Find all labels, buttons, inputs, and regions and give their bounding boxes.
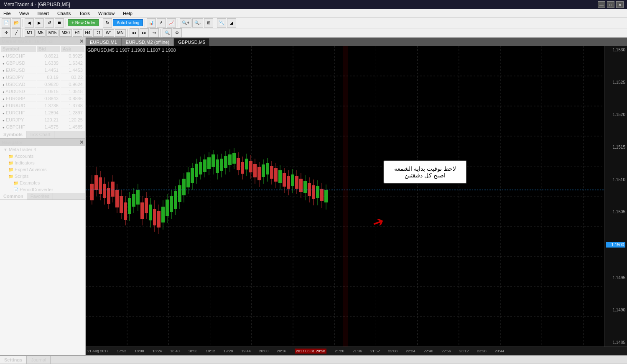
scroll-right-button[interactable]: ↪ [150, 28, 159, 38]
chart-tab-eurusd-m1[interactable]: EURUSD,M1 [86, 38, 122, 46]
maximize-button[interactable]: □ [607, 1, 614, 8]
search-button[interactable]: 🔍 [163, 28, 172, 38]
tf-d1[interactable]: D1 [93, 29, 103, 37]
market-watch-row[interactable]: ● EURCHF 1.2894 1.2897 [1, 110, 84, 116]
time-label-13: 21:36 [352, 349, 362, 353]
tester-tab-settings[interactable]: Settings [0, 356, 27, 364]
time-label-7: 19:12 [206, 349, 215, 353]
market-watch-row[interactable]: ● EURAUD 1.3736 1.3748 [1, 103, 84, 109]
menu-file[interactable]: File [2, 11, 13, 16]
forward-button[interactable]: ▶ [35, 18, 44, 28]
mw-ask: 120.25 [61, 117, 84, 123]
market-watch-row[interactable]: ● EURGBP 0.8843 0.8846 [1, 96, 84, 102]
navigator-close[interactable]: ✕ [79, 139, 84, 145]
indicators-button[interactable]: 📉 [217, 18, 226, 28]
market-watch-row[interactable]: ● USDJPY 83.19 83.22 [1, 74, 84, 81]
svg-rect-134 [324, 190, 328, 202]
new-button[interactable]: 📄 [2, 18, 11, 28]
toolbar: 📄 📂 ◀ ▶ ↺ ⏹ + New Order ↻ AutoTrading 📊 … [0, 18, 627, 28]
menu-view[interactable]: View [18, 11, 31, 16]
back-history-button[interactable]: ⏮ [130, 28, 139, 38]
current-price-label: 1.1500 [606, 242, 625, 248]
zoom-in-button[interactable]: 🔍+ [180, 18, 191, 28]
chart-tab-gbpusd-m5[interactable]: GBPUSD,M5 [174, 38, 210, 46]
tf-m15[interactable]: M15 [46, 29, 59, 37]
market-watch-row[interactable]: ● GBPCHF 1.4575 1.4585 [1, 124, 84, 130]
market-watch-row[interactable]: ● AUDUSD 1.0515 1.0518 [1, 88, 84, 95]
menu-charts[interactable]: Charts [56, 11, 72, 16]
tf-h1[interactable]: H1 [73, 29, 82, 37]
svg-rect-32 [111, 182, 115, 197]
menu-window[interactable]: Window [97, 11, 116, 16]
price-3: 1.1520 [606, 112, 625, 117]
nav-scripts[interactable]: 📁 Scripts [0, 173, 85, 179]
tab-common[interactable]: Common [0, 193, 27, 200]
tf-h4[interactable]: H4 [83, 29, 93, 37]
svg-rect-46 [140, 202, 144, 219]
nav-examples-icon: 📁 [13, 181, 18, 185]
chart-type-line[interactable]: 📈 [167, 18, 176, 28]
nav-examples[interactable]: 📁 Examples [0, 179, 85, 186]
mw-symbol: ● USDCAD [1, 81, 36, 88]
stop-button[interactable]: ⏹ [55, 18, 64, 28]
menu-insert[interactable]: Insert [36, 11, 51, 16]
new-order-button[interactable]: + New Order [68, 19, 99, 26]
tester-tabs: Settings Journal [0, 356, 627, 364]
market-watch-table: Symbol Bid Ask ● USDCHF 0.8921 0.8925 ● … [0, 45, 85, 131]
market-watch-row[interactable]: ● USDCAD 0.9620 0.9624 [1, 81, 84, 88]
market-watch-row[interactable]: ● EURUSD 1.4451 1.4453 [1, 67, 84, 73]
refresh-button[interactable]: ↺ [45, 18, 54, 28]
toolbar-separator-4 [145, 19, 145, 27]
chart-type-bar[interactable]: 📊 [147, 18, 156, 28]
svg-rect-132 [320, 189, 324, 201]
zoom-out-button[interactable]: 🔍- [192, 18, 203, 28]
svg-rect-116 [287, 176, 290, 189]
svg-rect-36 [120, 196, 123, 213]
chart-tab-eurusd-m2[interactable]: EURUSD,M2 (offline) [122, 38, 174, 46]
nav-accounts[interactable]: 📁 Accounts [0, 153, 85, 159]
forward-history-button[interactable]: ⏭ [140, 28, 149, 38]
svg-rect-70 [191, 168, 194, 183]
close-button[interactable]: ✕ [616, 1, 624, 8]
tester-tab-journal[interactable]: Journal [27, 356, 51, 364]
nav-period-converter[interactable]: 📄 PeriodConverter [0, 186, 85, 193]
nav-indicators[interactable]: 📁 Indicators [0, 159, 85, 166]
properties-button[interactable]: ⊞ [204, 18, 213, 28]
tab-favorites[interactable]: Favorites [27, 193, 53, 200]
market-watch-close[interactable]: ✕ [79, 38, 84, 44]
nav-expert-advisors[interactable]: 📁 Expert Advisors [0, 166, 85, 173]
svg-rect-108 [270, 166, 273, 179]
market-watch-row[interactable]: ● EURJPY 120.21 120.25 [1, 117, 84, 123]
back-button[interactable]: ◀ [25, 18, 34, 28]
line-button[interactable]: ╱ [12, 28, 21, 38]
market-watch-row[interactable]: ● GBPUSD 1.6339 1.6342 [1, 60, 84, 66]
tf-w1[interactable]: W1 [104, 29, 114, 37]
tf-separator-2 [127, 29, 128, 37]
mw-symbol: ● AUDUSD [1, 88, 36, 95]
mw-bid: 1.2894 [37, 110, 60, 116]
menu-help[interactable]: Help [121, 11, 134, 16]
svg-rect-58 [166, 200, 169, 216]
minimize-button[interactable]: — [598, 1, 605, 8]
open-button[interactable]: 📂 [12, 18, 21, 28]
new-order-icon: + [71, 20, 74, 25]
settings-button[interactable]: ⚙ [173, 28, 182, 38]
nav-metatrader4[interactable]: ▼ MetaTrader 4 [0, 146, 85, 153]
period-sep-button[interactable]: ◢ [227, 18, 236, 28]
crosshair-button[interactable]: ✛ [2, 28, 11, 38]
auto-trading-button[interactable]: AutoTrading [113, 19, 143, 26]
col-ask: Ask [61, 46, 84, 52]
tab-tick-chart[interactable]: Tick Chart [26, 131, 54, 138]
time-label-4: 18:24 [153, 349, 162, 353]
time-label-17: 22:40 [424, 349, 433, 353]
market-watch-row[interactable]: ● USDCHF 0.8921 0.8925 [1, 53, 84, 59]
menu-tools[interactable]: Tools [77, 11, 92, 16]
tf-m5[interactable]: M5 [36, 29, 46, 37]
chart-type-candle[interactable]: 🕯 [157, 18, 166, 28]
tab-symbols[interactable]: Symbols [0, 131, 26, 138]
tf-mn[interactable]: MN [115, 29, 126, 37]
svg-rect-120 [295, 176, 298, 189]
tf-m30[interactable]: M30 [59, 29, 71, 37]
tf-m1[interactable]: M1 [25, 29, 35, 37]
refresh2-button[interactable]: ↻ [103, 18, 112, 28]
